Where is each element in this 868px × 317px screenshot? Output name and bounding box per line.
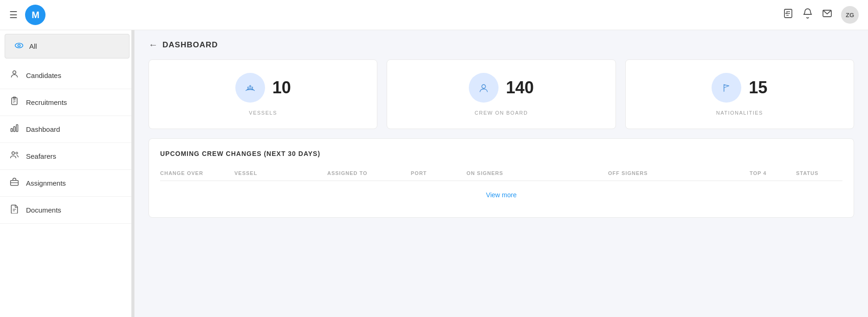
stat-card-inner: 10 bbox=[235, 73, 291, 103]
header: ☰ M ZG bbox=[0, 0, 868, 30]
stat-card-inner: 15 bbox=[712, 73, 767, 103]
stats-row: 10 VESSELS 140 CREW ON BOARD bbox=[149, 59, 854, 129]
col-assigned-to: ASSIGNED TO bbox=[327, 170, 411, 176]
sidebar-scrollbar[interactable] bbox=[131, 30, 134, 317]
sidebar-item-label: Seafarers bbox=[26, 152, 56, 160]
col-change-over: CHANGE OVER bbox=[160, 170, 234, 176]
svg-point-6 bbox=[18, 45, 20, 47]
tasks-icon[interactable] bbox=[783, 8, 794, 22]
bell-icon[interactable] bbox=[802, 8, 813, 22]
stat-card-nationalities: 15 NATIONALITIES bbox=[625, 59, 854, 129]
chart-icon bbox=[9, 123, 19, 135]
mail-icon[interactable] bbox=[822, 8, 833, 22]
svg-point-7 bbox=[13, 71, 16, 74]
view-more-button[interactable]: View more bbox=[160, 184, 842, 206]
svg-point-5 bbox=[15, 43, 23, 48]
stat-card-crew: 140 CREW ON BOARD bbox=[387, 59, 615, 129]
vessels-icon-circle bbox=[235, 73, 265, 103]
crew-label: CREW ON BOARD bbox=[475, 110, 528, 116]
hamburger-icon[interactable]: ☰ bbox=[9, 9, 18, 20]
vessels-count: 10 bbox=[272, 78, 291, 97]
person-icon bbox=[9, 70, 19, 81]
upcoming-title: UPCOMING CREW CHANGES (NEXT 30 DAYS) bbox=[160, 150, 842, 157]
all-label: All bbox=[29, 42, 37, 50]
col-off-signers: OFF SIGNERS bbox=[608, 170, 750, 176]
body: All Candidates bbox=[0, 30, 868, 317]
sidebar-item-candidates[interactable]: Candidates bbox=[0, 62, 134, 89]
sidebar-item-recruitments[interactable]: Recruitments bbox=[0, 89, 134, 116]
title-row: ← DASHBOARD bbox=[149, 39, 854, 50]
col-vessel: VESSEL bbox=[234, 170, 327, 176]
vessels-label: VESSELS bbox=[249, 110, 277, 116]
nationalities-label: NATIONALITIES bbox=[716, 110, 763, 116]
sidebar-item-label: Assignments bbox=[26, 179, 66, 187]
sidebar-item-all[interactable]: All bbox=[5, 34, 130, 58]
back-button[interactable]: ← bbox=[149, 39, 158, 50]
svg-rect-15 bbox=[16, 125, 18, 132]
sidebar-item-dashboard[interactable]: Dashboard bbox=[0, 116, 134, 143]
page-title: DASHBOARD bbox=[162, 40, 218, 50]
sidebar: All Candidates bbox=[0, 30, 135, 317]
crew-count: 140 bbox=[506, 78, 534, 97]
sidebar-item-label: Dashboard bbox=[26, 125, 60, 133]
col-port: PORT bbox=[411, 170, 466, 176]
nationalities-icon-circle bbox=[712, 73, 741, 103]
eye-icon bbox=[14, 41, 24, 52]
sidebar-item-documents[interactable]: Documents bbox=[0, 197, 134, 224]
svg-point-23 bbox=[482, 84, 486, 88]
sidebar-item-label: Documents bbox=[26, 206, 61, 214]
stat-card-vessels: 10 VESSELS bbox=[149, 59, 377, 129]
sidebar-item-label: Recruitments bbox=[26, 98, 67, 106]
col-status: STATUS bbox=[796, 170, 842, 176]
clipboard-icon bbox=[9, 97, 19, 108]
crew-icon-circle bbox=[469, 73, 499, 103]
svg-point-22 bbox=[243, 80, 258, 95]
svg-rect-14 bbox=[13, 127, 15, 132]
sidebar-item-seafarers[interactable]: Seafarers bbox=[0, 143, 134, 170]
avatar[interactable]: ZG bbox=[841, 6, 859, 24]
col-on-signers: ON SIGNERS bbox=[466, 170, 608, 176]
svg-point-16 bbox=[12, 152, 15, 155]
col-top4: TOP 4 bbox=[750, 170, 796, 176]
group-icon bbox=[9, 150, 19, 162]
sidebar-item-label: Candidates bbox=[26, 71, 61, 79]
briefcase-icon bbox=[9, 177, 19, 189]
header-left: ☰ M bbox=[9, 5, 45, 25]
svg-point-17 bbox=[16, 152, 18, 154]
nationalities-count: 15 bbox=[749, 78, 767, 97]
upcoming-section: UPCOMING CREW CHANGES (NEXT 30 DAYS) CHA… bbox=[149, 138, 854, 218]
header-right: ZG bbox=[783, 6, 859, 24]
logo[interactable]: M bbox=[25, 5, 45, 25]
main-content: ← DASHBOARD bbox=[135, 30, 868, 317]
stat-card-inner: 140 bbox=[469, 73, 534, 103]
sidebar-item-assignments[interactable]: Assignments bbox=[0, 170, 134, 197]
document-icon bbox=[9, 204, 19, 216]
table-header: CHANGE OVER VESSEL ASSIGNED TO PORT ON S… bbox=[160, 166, 842, 181]
svg-rect-13 bbox=[11, 129, 13, 132]
